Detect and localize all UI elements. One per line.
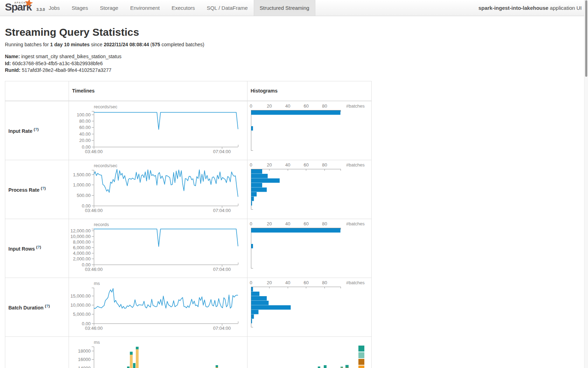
svg-text:40.00: 40.00 <box>79 131 91 136</box>
timeline-cell-operation-duration: ms180001600014000 <box>69 336 247 368</box>
svg-text:8,000.00: 8,000.00 <box>73 239 91 245</box>
header-histograms: Histograms <box>247 81 372 101</box>
svg-text:#batches: #batches <box>346 162 365 168</box>
row-label-text: Batch Duration <box>8 305 43 310</box>
svg-text:40: 40 <box>285 103 290 109</box>
tab-link-stages[interactable]: Stages <box>66 0 94 16</box>
help-tooltip-input-rows[interactable]: (?) <box>36 245 41 249</box>
svg-text:20: 20 <box>267 162 272 168</box>
stats-row-process-rate: Process Rate (?)records/sec1,500.001,000… <box>5 160 372 219</box>
svg-text:ms: ms <box>94 281 100 286</box>
svg-text:80: 80 <box>322 221 327 226</box>
timeline-cell-input-rate: records/sec100.0080.0060.0040.0020.000.0… <box>69 101 247 160</box>
tab-link-sql-dataframe[interactable]: SQL / DataFrame <box>201 0 254 16</box>
legend-swatch-lightteal <box>358 352 364 358</box>
histogram-cell-input-rate: #batches020406080 <box>247 101 372 160</box>
page-scrollbar[interactable] <box>584 0 588 368</box>
timeline-cell-process-rate: records/sec1,500.001,000.00500.000.0003:… <box>69 160 247 219</box>
histogram-chart-input-rate: #batches020406080 <box>247 101 371 160</box>
table-header-row: Timelines Histograms <box>5 81 372 101</box>
svg-text:03:46:00: 03:46:00 <box>85 267 103 272</box>
tab-stages: Stages <box>66 0 94 16</box>
header-empty <box>5 81 69 101</box>
svg-text:#batches: #batches <box>346 221 365 226</box>
running-duration: 1 day 10 minutes <box>50 42 90 47</box>
running-mid: since <box>90 42 104 47</box>
query-name-line: Name: ingest smart_city shared_bikes_sta… <box>5 53 583 60</box>
name-value: ingest smart_city shared_bikes_station_s… <box>21 54 121 59</box>
query-runid-line: RunId: 517afd3f-28e2-4ba8-9fe4-4102527a3… <box>5 67 583 74</box>
histogram-chart-operation-duration <box>247 337 371 368</box>
histogram-cell-operation-duration <box>247 336 372 368</box>
name-label: Name: <box>5 54 20 59</box>
svg-text:07:04:00: 07:04:00 <box>213 326 231 331</box>
app-title-suffix: application UI <box>548 5 582 11</box>
svg-text:60: 60 <box>304 103 309 109</box>
svg-text:5,000.00: 5,000.00 <box>73 312 91 317</box>
running-paren: ( <box>149 42 152 47</box>
help-tooltip-batch-duration[interactable]: (?) <box>45 304 50 308</box>
svg-text:03:46:00: 03:46:00 <box>85 326 103 331</box>
running-summary: Running batches for 1 day 10 minutes sin… <box>5 42 583 47</box>
tab-executors: Executors <box>166 0 201 16</box>
svg-text:12,000.00: 12,000.00 <box>70 228 91 233</box>
histogram-chart-batch-duration: #batches020406080 <box>247 278 371 336</box>
tab-link-structured-streaming[interactable]: Structured Streaming <box>254 0 315 16</box>
header-timelines: Timelines <box>69 81 247 101</box>
id-label: Id: <box>5 61 11 66</box>
svg-text:1,500.00: 1,500.00 <box>73 172 91 177</box>
svg-text:80: 80 <box>322 103 327 109</box>
nav-tabs: JobsStagesStorageEnvironmentExecutorsSQL… <box>43 0 315 16</box>
svg-text:03:46:00: 03:46:00 <box>85 149 103 154</box>
completed-batches-count: 575 <box>152 42 160 47</box>
row-label-process-rate: Process Rate (?) <box>5 160 69 219</box>
tab-link-executors[interactable]: Executors <box>166 0 201 16</box>
svg-text:ms: ms <box>94 340 100 345</box>
legend-swatch-darkorange <box>358 359 364 365</box>
svg-text:records/sec: records/sec <box>94 104 118 109</box>
svg-text:20: 20 <box>267 103 272 109</box>
tab-link-environment[interactable]: Environment <box>124 0 166 16</box>
query-meta: Name: ingest smart_city shared_bikes_sta… <box>5 53 583 74</box>
row-label-input-rows: Input Rows (?) <box>5 219 69 278</box>
row-label-operation-duration <box>5 336 69 368</box>
tab-environment: Environment <box>124 0 166 16</box>
histogram-cell-batch-duration: #batches020406080 <box>247 278 372 336</box>
svg-text:16000: 16000 <box>78 357 91 362</box>
svg-text:07:04:00: 07:04:00 <box>213 267 231 272</box>
statistics-table: Timelines Histograms Input Rate (?)recor… <box>5 81 372 368</box>
main-content: Streaming Query Statistics Running batch… <box>0 26 588 368</box>
svg-text:4,000.00: 4,000.00 <box>73 251 91 256</box>
help-tooltip-input-rate[interactable]: (?) <box>34 127 38 131</box>
svg-text:0: 0 <box>250 103 252 109</box>
runid-value: 517afd3f-28e2-4ba8-9fe4-4102527a3277 <box>22 67 111 73</box>
row-label-input-rate: Input Rate (?) <box>5 101 69 160</box>
svg-text:60: 60 <box>304 162 309 168</box>
svg-text:1,000.00: 1,000.00 <box>73 182 91 188</box>
svg-text:03:46:00: 03:46:00 <box>85 208 103 213</box>
svg-text:60: 60 <box>304 280 309 285</box>
svg-text:40: 40 <box>285 162 290 168</box>
tab-storage: Storage <box>94 0 124 16</box>
timeline-cell-batch-duration: ms15,000.0010,000.005,000.000.0003:46:00… <box>69 278 247 336</box>
spark-logo[interactable]: APACHE Spark 3.3.0 <box>5 0 43 16</box>
svg-text:10,000.00: 10,000.00 <box>70 233 91 239</box>
tab-link-storage[interactable]: Storage <box>94 0 124 16</box>
scrollbar-thumb[interactable] <box>585 0 587 77</box>
timeline-chart-batch-duration: ms15,000.0010,000.005,000.000.0003:46:00… <box>69 278 247 336</box>
tab-link-jobs[interactable]: Jobs <box>43 0 66 16</box>
histogram-cell-input-rows: #batches020406080 <box>247 219 372 278</box>
svg-text:2,000.00: 2,000.00 <box>73 256 91 261</box>
row-label-batch-duration: Batch Duration (?) <box>5 278 69 336</box>
svg-text:#batches: #batches <box>346 280 365 285</box>
svg-text:100.00: 100.00 <box>77 112 91 117</box>
svg-text:6,000.00: 6,000.00 <box>73 245 91 250</box>
histogram-chart-process-rate: #batches020406080 <box>247 160 371 219</box>
tab-jobs: Jobs <box>43 0 66 16</box>
svg-text:14000: 14000 <box>78 365 91 368</box>
legend-swatch-teal <box>358 346 364 352</box>
help-tooltip-process-rate[interactable]: (?) <box>41 186 46 190</box>
svg-text:500.00: 500.00 <box>77 192 91 198</box>
row-label-text: Input Rate <box>8 128 32 134</box>
svg-text:0: 0 <box>250 221 252 226</box>
